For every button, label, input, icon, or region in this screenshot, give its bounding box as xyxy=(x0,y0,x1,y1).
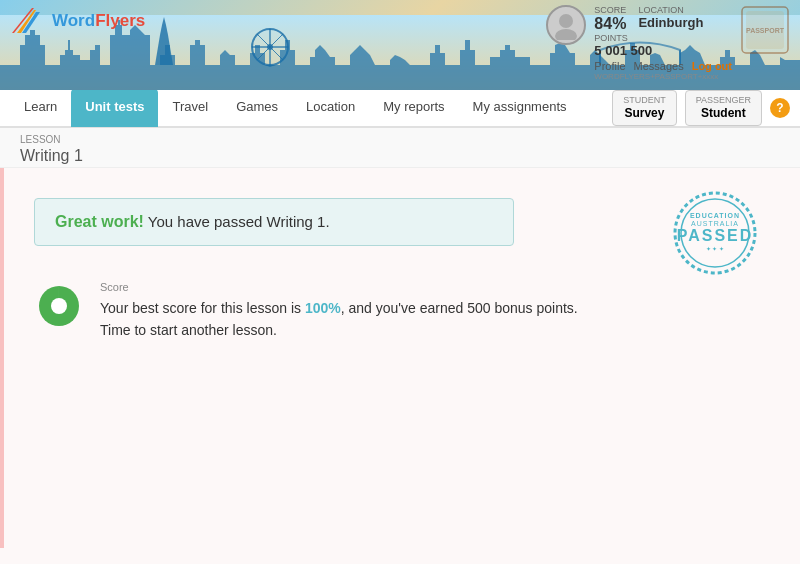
svg-text:PASSED: PASSED xyxy=(677,227,754,244)
svg-text:PASSPORT: PASSPORT xyxy=(746,27,785,34)
bottom-bar: BACK TO GATE TRY AGAIN xyxy=(0,548,800,564)
svg-text:EDUCATION: EDUCATION xyxy=(690,212,740,219)
nav-right: Student Survey PASSENGER Student ? xyxy=(612,90,790,125)
nav-item-my-reports[interactable]: My reports xyxy=(369,89,458,127)
profile-link[interactable]: Profile xyxy=(594,60,625,72)
svg-point-12 xyxy=(559,14,573,28)
score-section: Score Your best score for this lesson is… xyxy=(34,281,770,342)
points-value: 5 001 500 xyxy=(594,43,732,58)
nav-item-unit-tests[interactable]: Unit tests xyxy=(71,89,158,127)
svg-point-24 xyxy=(51,298,67,314)
success-banner: Great work! You have passed Writing 1. xyxy=(34,198,514,246)
passenger-student-button[interactable]: PASSENGER Student xyxy=(685,90,762,125)
svg-text:AUSTRALIA: AUSTRALIA xyxy=(691,220,739,227)
main-nav: Learn Unit tests Travel Games Location M… xyxy=(0,90,800,128)
nav-item-my-assignments[interactable]: My assignments xyxy=(459,89,581,127)
nav-item-travel[interactable]: Travel xyxy=(158,89,222,127)
score-percent: 100% xyxy=(305,300,341,316)
main-content: EDUCATION AUSTRALIA PASSED ✦ ✦ ✦ Great w… xyxy=(0,168,800,548)
score-chart xyxy=(34,281,84,331)
breadcrumb: LESSON xyxy=(20,134,780,145)
passport-decoration: PASSPORT xyxy=(740,5,790,55)
score-label: SCORE xyxy=(594,5,626,15)
points-label: POINTS xyxy=(594,33,732,43)
passed-stamp: EDUCATION AUSTRALIA PASSED ✦ ✦ ✦ xyxy=(670,188,760,278)
header-user-panel: SCORE 84% LOCATION Edinburgh POINTS 5 00… xyxy=(546,5,790,81)
logo: WordFlyers xyxy=(12,8,145,33)
svg-point-13 xyxy=(555,29,577,40)
nav-item-games[interactable]: Games xyxy=(222,89,292,127)
score-desc-1: Your best score for this lesson is xyxy=(100,300,305,316)
score-text: Score Your best score for this lesson is… xyxy=(100,281,770,342)
success-highlight: Great work! xyxy=(55,213,144,230)
nav-items: Learn Unit tests Travel Games Location M… xyxy=(10,89,612,127)
help-button[interactable]: ? xyxy=(770,98,790,118)
nav-item-location[interactable]: Location xyxy=(292,89,369,127)
student-survey-button[interactable]: Student Survey xyxy=(612,90,677,125)
success-message: You have passed Writing 1. xyxy=(144,213,330,230)
score-section-label: Score xyxy=(100,281,770,293)
avatar xyxy=(546,5,586,45)
logout-link[interactable]: Log out xyxy=(692,60,732,72)
page-title: Writing 1 xyxy=(20,147,780,165)
svg-text:✦ ✦ ✦: ✦ ✦ ✦ xyxy=(706,246,724,252)
score-description: Your best score for this lesson is 100%,… xyxy=(100,297,770,342)
messages-link[interactable]: Messages xyxy=(634,60,684,72)
location-value: Edinburgh xyxy=(638,15,703,30)
passport-text: WORDFLYERS+PASSPORT+xxxx xyxy=(594,72,732,81)
score-desc-2: , and you've earned 500 bonus points. xyxy=(341,300,578,316)
nav-item-learn[interactable]: Learn xyxy=(10,89,71,127)
score-value: 84% xyxy=(594,15,626,33)
score-desc-3: Time to start another lesson. xyxy=(100,322,277,338)
location-label: LOCATION xyxy=(638,5,703,15)
header: WordFlyers SCORE 84% LOCATION Edinburg xyxy=(0,0,800,90)
breadcrumb-area: LESSON Writing 1 xyxy=(0,128,800,168)
